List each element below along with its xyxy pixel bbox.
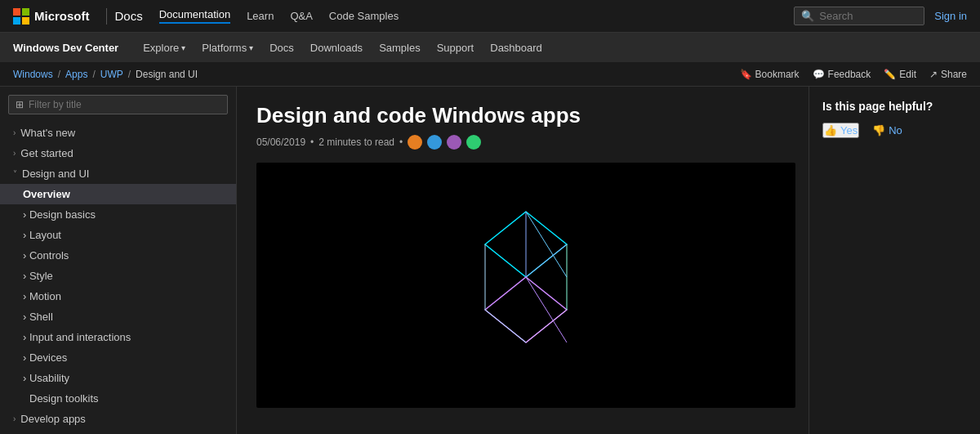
page-meta: 05/06/2019 • 2 minutes to read • bbox=[256, 135, 789, 150]
develop-apps-chevron-icon: › bbox=[13, 414, 16, 423]
yes-button[interactable]: 👍 Yes bbox=[822, 123, 859, 138]
usability-chevron-icon: › bbox=[23, 372, 29, 384]
contributor-avatar-4 bbox=[466, 135, 481, 150]
sidebar-sub-design-toolkits[interactable]: Design toolkits bbox=[0, 388, 236, 409]
microsoft-wordmark: Microsoft bbox=[34, 9, 90, 23]
nav-link-qa[interactable]: Q&A bbox=[290, 10, 312, 22]
breadcrumb-sep-3: / bbox=[128, 69, 131, 80]
breadcrumb-sep-1: / bbox=[58, 69, 60, 80]
edit-icon: ✏️ bbox=[884, 69, 896, 80]
platforms-chevron-icon: ▾ bbox=[249, 43, 253, 52]
sidebar-item-develop-apps[interactable]: › Develop apps bbox=[0, 409, 236, 429]
sign-in-button[interactable]: Sign in bbox=[934, 10, 967, 22]
breadcrumb-current: Design and UI bbox=[136, 69, 198, 80]
sidebar-sub-devices[interactable]: › Devices bbox=[0, 347, 236, 368]
nav-divider bbox=[106, 8, 107, 25]
sidebar-item-whats-new[interactable]: › What's new bbox=[0, 123, 236, 143]
breadcrumb: Windows / Apps / UWP / Design and UI 🔖 B… bbox=[0, 62, 980, 87]
helpful-buttons: 👍 Yes 👎 No bbox=[822, 123, 967, 138]
site-title: Windows Dev Center bbox=[13, 42, 118, 54]
sidebar-item-develop-games[interactable]: › Develop games bbox=[0, 429, 236, 434]
get-started-chevron-icon: › bbox=[13, 149, 16, 158]
nav-link-code-samples[interactable]: Code Samples bbox=[329, 10, 399, 22]
sidebar-sub-design-basics[interactable]: › Design basics bbox=[0, 204, 236, 225]
style-chevron-icon: › bbox=[23, 270, 29, 282]
contributor-avatar-2 bbox=[427, 135, 442, 150]
page-read-time: 2 minutes to read bbox=[318, 136, 394, 148]
search-icon: 🔍 bbox=[801, 10, 814, 22]
search-box[interactable]: 🔍 bbox=[794, 7, 924, 25]
feedback-icon: 💬 bbox=[813, 69, 825, 80]
sidebar-sub-controls[interactable]: › Controls bbox=[0, 245, 236, 266]
contributor-avatar-3 bbox=[447, 135, 461, 150]
geometric-logo bbox=[461, 204, 591, 367]
breadcrumb-sep-2: / bbox=[92, 69, 95, 80]
sidebar-sub-overview[interactable]: Overview bbox=[0, 184, 236, 204]
thumbs-up-icon: 👍 bbox=[824, 124, 837, 136]
page-date: 05/06/2019 bbox=[256, 136, 305, 148]
main-layout: ⊞ › What's new › Get started ˅ Design an… bbox=[0, 87, 980, 434]
sidebar: ⊞ › What's new › Get started ˅ Design an… bbox=[0, 87, 237, 434]
filter-input[interactable] bbox=[29, 99, 220, 110]
top-navigation: Microsoft Docs Documentation Learn Q&A C… bbox=[0, 0, 980, 33]
bookmark-action[interactable]: 🔖 Bookmark bbox=[740, 69, 800, 80]
thumbs-down-icon: 👎 bbox=[872, 124, 885, 136]
nav-link-documentation[interactable]: Documentation bbox=[159, 8, 230, 24]
breadcrumb-apps[interactable]: Apps bbox=[65, 69, 87, 80]
sidebar-sub-motion[interactable]: › Motion bbox=[0, 286, 236, 306]
sidebar-sub-usability[interactable]: › Usability bbox=[0, 368, 236, 388]
whats-new-chevron-icon: › bbox=[13, 128, 16, 137]
sidebar-sub-style[interactable]: › Style bbox=[0, 266, 236, 286]
page-title: Design and code Windows apps bbox=[256, 103, 789, 128]
no-button[interactable]: 👎 No bbox=[872, 123, 902, 138]
share-action[interactable]: ↗ Share bbox=[929, 69, 967, 80]
nav-support[interactable]: Support bbox=[437, 42, 474, 54]
top-nav-right: 🔍 Sign in bbox=[794, 7, 967, 25]
svg-line-9 bbox=[485, 310, 526, 342]
controls-chevron-icon: › bbox=[23, 249, 29, 262]
search-input[interactable] bbox=[819, 10, 917, 22]
filter-icon: ⊞ bbox=[16, 99, 24, 110]
sidebar-item-design-ui[interactable]: ˅ Design and UI bbox=[0, 163, 236, 184]
sidebar-item-get-started[interactable]: › Get started bbox=[0, 143, 236, 163]
nav-explore[interactable]: Explore ▾ bbox=[143, 42, 185, 54]
edit-action[interactable]: ✏️ Edit bbox=[884, 69, 916, 80]
nav-samples[interactable]: Samples bbox=[379, 42, 421, 54]
bookmark-icon: 🔖 bbox=[740, 69, 752, 80]
breadcrumb-uwp[interactable]: UWP bbox=[100, 69, 123, 80]
svg-line-8 bbox=[526, 310, 567, 342]
nav-link-learn[interactable]: Learn bbox=[247, 10, 274, 22]
contributor-avatar-1 bbox=[408, 135, 422, 150]
sidebar-sub-layout[interactable]: › Layout bbox=[0, 225, 236, 245]
breadcrumb-actions: 🔖 Bookmark 💬 Feedback ✏️ Edit ↗ Share bbox=[740, 69, 967, 80]
svg-line-6 bbox=[526, 244, 567, 277]
svg-line-5 bbox=[526, 212, 567, 277]
top-nav-links: Documentation Learn Q&A Code Samples bbox=[159, 8, 399, 24]
explore-chevron-icon: ▾ bbox=[181, 43, 185, 52]
nav-dashboard[interactable]: Dashboard bbox=[490, 42, 542, 54]
secondary-navigation: Windows Dev Center Explore ▾ Platforms ▾… bbox=[0, 33, 980, 62]
docs-brand[interactable]: Docs bbox=[115, 9, 143, 23]
hero-image bbox=[256, 163, 795, 408]
filter-box[interactable]: ⊞ bbox=[8, 95, 228, 114]
nav-platforms[interactable]: Platforms ▾ bbox=[202, 42, 253, 54]
helpful-title: Is this page helpful? bbox=[822, 100, 967, 113]
share-icon: ↗ bbox=[929, 69, 938, 80]
sidebar-sub-input[interactable]: › Input and interactions bbox=[0, 327, 236, 347]
shell-chevron-icon: › bbox=[23, 311, 29, 323]
meta-separator: • bbox=[310, 136, 314, 148]
feedback-action[interactable]: 💬 Feedback bbox=[813, 69, 871, 80]
svg-marker-2 bbox=[485, 277, 567, 342]
nav-downloads[interactable]: Downloads bbox=[310, 42, 363, 54]
nav-docs[interactable]: Docs bbox=[270, 42, 294, 54]
design-ui-chevron-icon: ˅ bbox=[13, 169, 17, 178]
devices-chevron-icon: › bbox=[23, 351, 29, 364]
microsoft-logo[interactable]: Microsoft bbox=[13, 8, 90, 25]
svg-line-7 bbox=[526, 277, 567, 342]
main-content: Design and code Windows apps 05/06/2019 … bbox=[237, 87, 808, 434]
sidebar-sub-shell[interactable]: › Shell bbox=[0, 306, 236, 327]
motion-chevron-icon: › bbox=[23, 290, 29, 302]
right-panel: Is this page helpful? 👍 Yes 👎 No bbox=[808, 87, 980, 434]
meta-bullet: • bbox=[399, 136, 403, 148]
breadcrumb-windows[interactable]: Windows bbox=[13, 69, 53, 80]
